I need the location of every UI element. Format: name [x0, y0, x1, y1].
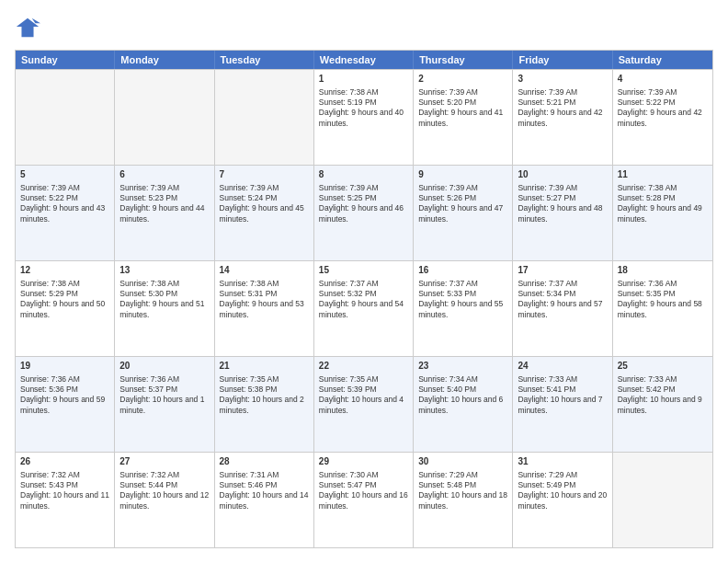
calendar-cell — [16, 70, 115, 165]
weekday-header-saturday: Saturday — [613, 51, 712, 69]
day-number: 16 — [418, 264, 507, 277]
calendar-cell: 18Sunrise: 7:36 AM Sunset: 5:35 PM Dayli… — [613, 261, 712, 356]
calendar-cell: 6Sunrise: 7:39 AM Sunset: 5:23 PM Daylig… — [115, 166, 214, 260]
calendar-cell: 28Sunrise: 7:31 AM Sunset: 5:46 PM Dayli… — [215, 453, 314, 547]
calendar-row-0: 1Sunrise: 7:38 AM Sunset: 5:19 PM Daylig… — [16, 69, 712, 165]
logo-bird-icon — [15, 15, 40, 40]
day-number: 11 — [618, 168, 708, 181]
page-container: SundayMondayTuesdayWednesdayThursdayFrid… — [0, 0, 728, 563]
cell-info: Sunrise: 7:34 AM Sunset: 5:40 PM Dayligh… — [418, 374, 507, 417]
weekday-header-thursday: Thursday — [414, 51, 513, 69]
cell-info: Sunrise: 7:36 AM Sunset: 5:37 PM Dayligh… — [119, 374, 209, 417]
cell-info: Sunrise: 7:39 AM Sunset: 5:21 PM Dayligh… — [518, 87, 607, 130]
day-number: 3 — [518, 73, 607, 86]
calendar-cell: 27Sunrise: 7:32 AM Sunset: 5:44 PM Dayli… — [115, 453, 214, 547]
weekday-header-friday: Friday — [513, 51, 612, 69]
day-number: 19 — [20, 360, 109, 373]
cell-info: Sunrise: 7:39 AM Sunset: 5:20 PM Dayligh… — [418, 87, 507, 130]
cell-info: Sunrise: 7:37 AM Sunset: 5:34 PM Dayligh… — [518, 279, 607, 321]
calendar-cell: 19Sunrise: 7:36 AM Sunset: 5:36 PM Dayli… — [16, 357, 115, 452]
day-number: 15 — [319, 264, 408, 277]
day-number: 2 — [418, 73, 507, 86]
cell-info: Sunrise: 7:38 AM Sunset: 5:29 PM Dayligh… — [20, 279, 109, 321]
day-number: 31 — [518, 455, 607, 468]
calendar-cell: 15Sunrise: 7:37 AM Sunset: 5:32 PM Dayli… — [314, 261, 414, 356]
day-number: 10 — [518, 168, 607, 181]
calendar-cell: 3Sunrise: 7:39 AM Sunset: 5:21 PM Daylig… — [513, 70, 612, 165]
weekday-header-wednesday: Wednesday — [314, 51, 414, 69]
day-number: 1 — [319, 73, 408, 86]
calendar-cell: 8Sunrise: 7:39 AM Sunset: 5:25 PM Daylig… — [314, 166, 414, 260]
calendar-cell: 22Sunrise: 7:35 AM Sunset: 5:39 PM Dayli… — [314, 357, 414, 452]
cell-info: Sunrise: 7:29 AM Sunset: 5:48 PM Dayligh… — [418, 470, 507, 512]
day-number: 5 — [20, 168, 109, 181]
weekday-header-sunday: Sunday — [16, 51, 115, 69]
cell-info: Sunrise: 7:39 AM Sunset: 5:25 PM Dayligh… — [319, 183, 408, 225]
day-number: 13 — [119, 264, 209, 277]
calendar-cell: 7Sunrise: 7:39 AM Sunset: 5:24 PM Daylig… — [215, 166, 314, 260]
day-number: 9 — [418, 168, 507, 181]
cell-info: Sunrise: 7:38 AM Sunset: 5:28 PM Dayligh… — [618, 183, 708, 225]
day-number: 25 — [618, 360, 708, 373]
cell-info: Sunrise: 7:39 AM Sunset: 5:22 PM Dayligh… — [618, 87, 708, 130]
calendar-cell: 31Sunrise: 7:29 AM Sunset: 5:49 PM Dayli… — [513, 453, 612, 547]
day-number: 8 — [319, 168, 408, 181]
calendar-cell: 16Sunrise: 7:37 AM Sunset: 5:33 PM Dayli… — [414, 261, 513, 356]
day-number: 7 — [220, 168, 309, 181]
day-number: 17 — [518, 264, 607, 277]
cell-info: Sunrise: 7:32 AM Sunset: 5:43 PM Dayligh… — [20, 470, 109, 512]
calendar-cell: 21Sunrise: 7:35 AM Sunset: 5:38 PM Dayli… — [215, 357, 314, 452]
day-number: 6 — [119, 168, 209, 181]
cell-info: Sunrise: 7:36 AM Sunset: 5:35 PM Dayligh… — [618, 279, 708, 321]
day-number: 12 — [20, 264, 109, 277]
weekday-header-tuesday: Tuesday — [215, 51, 314, 69]
header — [15, 15, 713, 40]
calendar-row-1: 5Sunrise: 7:39 AM Sunset: 5:22 PM Daylig… — [16, 165, 712, 260]
cell-info: Sunrise: 7:39 AM Sunset: 5:26 PM Dayligh… — [418, 183, 507, 225]
calendar-row-3: 19Sunrise: 7:36 AM Sunset: 5:36 PM Dayli… — [16, 356, 712, 452]
cell-info: Sunrise: 7:39 AM Sunset: 5:22 PM Dayligh… — [20, 183, 109, 225]
cell-info: Sunrise: 7:31 AM Sunset: 5:46 PM Dayligh… — [220, 470, 309, 512]
calendar-cell: 12Sunrise: 7:38 AM Sunset: 5:29 PM Dayli… — [16, 261, 115, 356]
day-number: 18 — [618, 264, 708, 277]
calendar-cell: 2Sunrise: 7:39 AM Sunset: 5:20 PM Daylig… — [414, 70, 513, 165]
calendar-cell: 20Sunrise: 7:36 AM Sunset: 5:37 PM Dayli… — [115, 357, 214, 452]
cell-info: Sunrise: 7:39 AM Sunset: 5:24 PM Dayligh… — [220, 183, 309, 225]
calendar-cell: 14Sunrise: 7:38 AM Sunset: 5:31 PM Dayli… — [215, 261, 314, 356]
calendar-cell: 25Sunrise: 7:33 AM Sunset: 5:42 PM Dayli… — [613, 357, 712, 452]
calendar-cell — [115, 70, 214, 165]
cell-info: Sunrise: 7:38 AM Sunset: 5:19 PM Dayligh… — [319, 87, 408, 130]
weekday-header-monday: Monday — [115, 51, 214, 69]
cell-info: Sunrise: 7:29 AM Sunset: 5:49 PM Dayligh… — [518, 470, 607, 512]
cell-info: Sunrise: 7:37 AM Sunset: 5:32 PM Dayligh… — [319, 279, 408, 321]
day-number: 24 — [518, 360, 607, 373]
calendar-body: 1Sunrise: 7:38 AM Sunset: 5:19 PM Daylig… — [16, 69, 712, 547]
day-number: 4 — [618, 73, 708, 86]
day-number: 22 — [319, 360, 408, 373]
day-number: 28 — [220, 455, 309, 468]
calendar-row-2: 12Sunrise: 7:38 AM Sunset: 5:29 PM Dayli… — [16, 260, 712, 356]
cell-info: Sunrise: 7:35 AM Sunset: 5:38 PM Dayligh… — [220, 374, 309, 417]
calendar-cell: 23Sunrise: 7:34 AM Sunset: 5:40 PM Dayli… — [414, 357, 513, 452]
logo — [15, 15, 44, 40]
day-number: 27 — [119, 455, 209, 468]
calendar-cell: 9Sunrise: 7:39 AM Sunset: 5:26 PM Daylig… — [414, 166, 513, 260]
calendar-cell: 24Sunrise: 7:33 AM Sunset: 5:41 PM Dayli… — [513, 357, 612, 452]
day-number: 29 — [319, 455, 408, 468]
calendar: SundayMondayTuesdayWednesdayThursdayFrid… — [15, 50, 713, 548]
cell-info: Sunrise: 7:32 AM Sunset: 5:44 PM Dayligh… — [119, 470, 209, 512]
cell-info: Sunrise: 7:33 AM Sunset: 5:42 PM Dayligh… — [618, 374, 708, 417]
day-number: 20 — [119, 360, 209, 373]
calendar-header: SundayMondayTuesdayWednesdayThursdayFrid… — [16, 51, 712, 69]
cell-info: Sunrise: 7:38 AM Sunset: 5:30 PM Dayligh… — [119, 279, 209, 321]
cell-info: Sunrise: 7:37 AM Sunset: 5:33 PM Dayligh… — [418, 279, 507, 321]
cell-info: Sunrise: 7:39 AM Sunset: 5:23 PM Dayligh… — [119, 183, 209, 225]
calendar-cell: 26Sunrise: 7:32 AM Sunset: 5:43 PM Dayli… — [16, 453, 115, 547]
day-number: 23 — [418, 360, 507, 373]
calendar-cell: 5Sunrise: 7:39 AM Sunset: 5:22 PM Daylig… — [16, 166, 115, 260]
cell-info: Sunrise: 7:35 AM Sunset: 5:39 PM Dayligh… — [319, 374, 408, 417]
day-number: 21 — [220, 360, 309, 373]
cell-info: Sunrise: 7:33 AM Sunset: 5:41 PM Dayligh… — [518, 374, 607, 417]
cell-info: Sunrise: 7:38 AM Sunset: 5:31 PM Dayligh… — [220, 279, 309, 321]
calendar-cell: 4Sunrise: 7:39 AM Sunset: 5:22 PM Daylig… — [613, 70, 712, 165]
